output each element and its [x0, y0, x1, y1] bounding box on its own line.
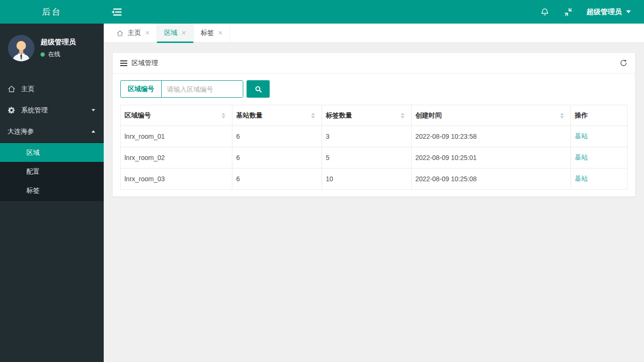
cell-area-id: lnrx_room_02 — [121, 147, 232, 168]
cell-tag-count: 10 — [322, 168, 412, 190]
table-row: lnrx_room_02 6 5 2022-08-09 10:25:01 基站 — [121, 147, 627, 168]
sidebar-subitem-label: 区域 — [26, 149, 40, 156]
refresh-button[interactable] — [619, 59, 627, 67]
search-input-group: 区域编号 — [120, 80, 243, 98]
tab-tag[interactable]: 标签 × — [194, 24, 230, 42]
panel-header: 区域管理 — [113, 53, 635, 74]
home-icon — [8, 85, 16, 93]
sidebar-subitem-area[interactable]: 区域 — [0, 143, 104, 162]
cell-base-station-count: 6 — [232, 168, 322, 190]
base-station-link[interactable]: 基站 — [575, 153, 588, 161]
cell-created-at: 2022-08-09 10:25:08 — [412, 168, 571, 190]
sidebar-user-info: 超级管理员 在线 — [41, 38, 76, 59]
table-row: lnrx_room_01 6 3 2022-08-09 10:23:58 基站 — [121, 126, 627, 147]
sidebar-toggle-icon — [111, 8, 122, 16]
home-icon — [116, 30, 124, 37]
online-status-label: 在线 — [48, 50, 60, 59]
column-label: 区域编号 — [124, 111, 151, 120]
col-base-station-count: 基站数量 — [232, 105, 322, 126]
sidebar-subitem-config[interactable]: 配置 — [0, 162, 104, 181]
bell-icon — [540, 7, 549, 17]
brand-logo[interactable]: 后台 — [0, 0, 104, 24]
search-field-label: 区域编号 — [121, 81, 162, 97]
sidebar-group-dalian-haishen[interactable]: 大连海参 — [0, 121, 104, 142]
chevron-down-icon — [91, 109, 95, 111]
topbar-actions: 超级管理员 — [533, 0, 644, 24]
sidebar-item-label: 大连海参 — [8, 127, 34, 136]
cell-tag-count: 3 — [322, 126, 412, 147]
fullscreen-toggle-button[interactable] — [556, 0, 580, 24]
tab-area[interactable]: 区域 × — [157, 24, 193, 42]
column-label: 操作 — [575, 111, 588, 120]
area-table: 区域编号 基站数量 — [120, 105, 627, 190]
column-label: 标签数量 — [326, 111, 352, 120]
menu-icon — [120, 60, 127, 66]
sort-icon[interactable] — [560, 113, 564, 118]
sidebar-menu: 主页 系统管理 大连海参 区域 配置 — [0, 78, 104, 201]
online-status-dot — [41, 52, 45, 57]
tab-label: 主页 — [128, 29, 141, 37]
main-area: 主页 × 区域 × 标签 × — [104, 24, 644, 362]
content: 区域管理 区域编号 — [104, 43, 644, 206]
notifications-button[interactable] — [533, 0, 556, 24]
sidebar-subitem-label: 标签 — [26, 186, 40, 194]
chevron-down-icon — [626, 10, 631, 13]
base-station-link[interactable]: 基站 — [575, 175, 588, 182]
sort-icon[interactable] — [311, 113, 315, 118]
sidebar-item-label: 主页 — [21, 85, 34, 93]
sidebar-item-label: 系统管理 — [21, 106, 48, 115]
tab-label: 区域 — [164, 29, 177, 37]
sidebar-submenu: 区域 配置 标签 — [0, 142, 104, 201]
search-icon — [254, 85, 263, 93]
sort-icon[interactable] — [222, 113, 225, 118]
table-row: lnrx_room_03 6 10 2022-08-09 10:25:08 基站 — [121, 168, 627, 190]
close-icon[interactable]: × — [145, 29, 149, 37]
refresh-icon — [619, 59, 627, 67]
cell-base-station-count: 6 — [232, 147, 322, 168]
brand-title: 后台 — [42, 6, 62, 17]
search-input[interactable] — [162, 81, 243, 97]
compress-icon — [564, 8, 573, 17]
sidebar-subitem-label: 配置 — [26, 168, 40, 175]
sort-icon[interactable] — [401, 113, 405, 118]
avatar — [8, 35, 34, 61]
sidebar-item-home[interactable]: 主页 — [0, 78, 104, 100]
search-row: 区域编号 — [120, 80, 627, 98]
column-label: 创建时间 — [415, 111, 442, 120]
tab-label: 标签 — [201, 29, 214, 37]
search-button[interactable] — [247, 80, 270, 98]
topbar: 后台 — [0, 0, 644, 24]
col-area-id: 区域编号 — [121, 105, 232, 126]
close-icon[interactable]: × — [218, 29, 223, 37]
sidebar: 超级管理员 在线 主页 — [0, 24, 104, 362]
cell-created-at: 2022-08-09 10:25:01 — [412, 147, 571, 168]
col-tag-count: 标签数量 — [322, 105, 412, 126]
sidebar-item-system-management[interactable]: 系统管理 — [0, 100, 104, 121]
chevron-up-icon — [91, 130, 95, 133]
gear-icon — [8, 106, 16, 115]
sidebar-subitem-tag[interactable]: 标签 — [0, 181, 104, 200]
table-header-row: 区域编号 基站数量 — [121, 105, 627, 126]
cell-created-at: 2022-08-09 10:23:58 — [412, 126, 571, 147]
user-menu[interactable]: 超级管理员 — [580, 0, 634, 24]
sidebar-user-panel: 超级管理员 在线 — [0, 24, 104, 72]
col-actions: 操作 — [571, 105, 627, 126]
col-created-at: 创建时间 — [412, 105, 571, 126]
close-icon[interactable]: × — [182, 29, 186, 37]
sidebar-toggle-button[interactable] — [104, 0, 129, 24]
base-station-link[interactable]: 基站 — [575, 132, 588, 140]
panel-body: 区域编号 — [113, 74, 635, 196]
tabbar: 主页 × 区域 × 标签 × — [104, 24, 644, 43]
sidebar-user-name: 超级管理员 — [41, 38, 76, 47]
cell-area-id: lnrx_room_01 — [121, 126, 232, 147]
tab-home[interactable]: 主页 × — [109, 24, 157, 42]
cell-area-id: lnrx_room_03 — [121, 168, 232, 190]
cell-tag-count: 5 — [322, 147, 412, 168]
column-label: 基站数量 — [236, 111, 263, 120]
panel-title: 区域管理 — [132, 59, 158, 67]
sidebar-user-status: 在线 — [41, 50, 76, 59]
layout: 超级管理员 在线 主页 — [0, 24, 644, 362]
cell-base-station-count: 6 — [232, 126, 322, 147]
area-management-panel: 区域管理 区域编号 — [112, 52, 636, 197]
user-menu-label: 超级管理员 — [586, 8, 622, 17]
